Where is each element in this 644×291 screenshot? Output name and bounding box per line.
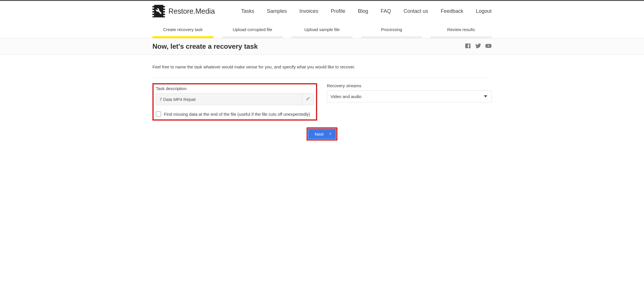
form-row: Task description Find missing data at th… [152, 83, 492, 121]
brand-name: Restore.Media [168, 7, 215, 15]
nav-logout[interactable]: Logout [476, 8, 492, 14]
step-review-results[interactable]: Review results [430, 27, 492, 38]
step-processing[interactable]: Processing [361, 27, 422, 38]
next-button-highlight: Next [307, 127, 338, 141]
find-missing-data-label: Find missing data at the end of the file… [164, 112, 310, 117]
recovery-streams-label: Recovery streams [327, 83, 492, 88]
task-description-label: Task description [156, 86, 314, 91]
chevron-right-icon [329, 132, 332, 137]
brand[interactable]: Restore.Media [152, 5, 215, 17]
task-description-highlight: Task description Find missing data at th… [152, 83, 317, 121]
nav-tasks[interactable]: Tasks [241, 8, 254, 14]
nav-faq[interactable]: FAQ [381, 8, 391, 14]
wizard-steps: Create recovery task Upload corrupted fi… [152, 20, 492, 38]
twitter-icon[interactable] [475, 43, 481, 50]
nav-invoices[interactable]: Invoices [299, 8, 318, 14]
step-create-recovery-task[interactable]: Create recovery task [152, 27, 214, 38]
pencil-icon [306, 96, 310, 102]
social-links [465, 43, 492, 50]
task-description-input[interactable] [156, 93, 302, 105]
edit-task-description-button[interactable] [302, 93, 313, 105]
next-button-label: Next [315, 132, 324, 137]
step-upload-corrupted-file[interactable]: Upload corrupted file [222, 27, 283, 38]
recovery-streams-value: Video and audio [331, 94, 361, 99]
nav-contact[interactable]: Contact us [404, 8, 428, 14]
title-strip: Now, let's create a recovery task [0, 38, 644, 55]
find-missing-data-checkbox[interactable] [156, 111, 161, 117]
step-upload-sample-file[interactable]: Upload sample file [291, 27, 353, 38]
chevron-down-icon [484, 95, 487, 97]
nav-blog[interactable]: Blog [358, 8, 368, 14]
nav-samples[interactable]: Samples [267, 8, 287, 14]
next-button[interactable]: Next [308, 129, 336, 139]
nav-profile[interactable]: Profile [331, 8, 345, 14]
nav-feedback[interactable]: Feedback [441, 8, 463, 14]
intro-text: Feel free to name the task whatever woul… [152, 64, 492, 78]
find-missing-data-row[interactable]: Find missing data at the end of the file… [156, 111, 314, 117]
facebook-icon[interactable] [465, 43, 471, 50]
recovery-streams-select[interactable]: Video and audio [327, 90, 492, 102]
task-description-input-wrap [156, 93, 314, 105]
logo-icon [152, 5, 165, 17]
header: Restore.Media Tasks Samples Invoices Pro… [152, 1, 492, 20]
youtube-icon[interactable] [485, 43, 492, 50]
page-title: Now, let's create a recovery task [152, 42, 258, 50]
main-nav: Tasks Samples Invoices Profile Blog FAQ … [241, 8, 492, 14]
